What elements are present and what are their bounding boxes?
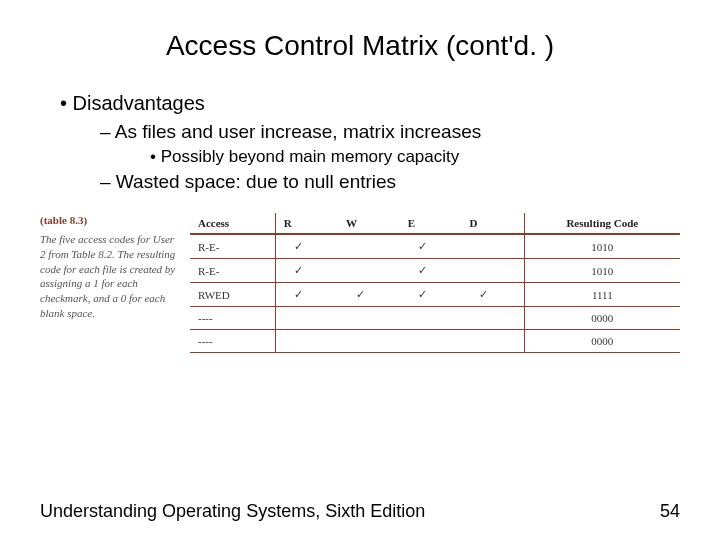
bullet-memory-capacity: Possibly beyond main memory capacity xyxy=(150,147,680,167)
th-d: D xyxy=(461,213,524,234)
cell-access: ---- xyxy=(190,307,275,330)
table-row: R-E- ✓ ✓ 1010 xyxy=(190,259,680,283)
cell-r xyxy=(275,307,338,330)
cell-d xyxy=(461,259,524,283)
table-row: R-E- ✓ ✓ 1010 xyxy=(190,234,680,259)
cell-access: RWED xyxy=(190,283,275,307)
cell-e: ✓ xyxy=(400,259,462,283)
table-area: (table 8.3) The five access codes for Us… xyxy=(40,213,680,353)
cell-w xyxy=(338,307,400,330)
cell-e: ✓ xyxy=(400,283,462,307)
book-title: Understanding Operating Systems, Sixth E… xyxy=(40,501,425,522)
table-label: (table 8.3) xyxy=(40,213,180,228)
cell-r xyxy=(275,330,338,353)
cell-e: ✓ xyxy=(400,234,462,259)
cell-code: 0000 xyxy=(524,330,680,353)
cell-access: R-E- xyxy=(190,234,275,259)
cell-w xyxy=(338,259,400,283)
th-e: E xyxy=(400,213,462,234)
cell-r: ✓ xyxy=(275,283,338,307)
cell-r: ✓ xyxy=(275,234,338,259)
cell-d xyxy=(461,307,524,330)
table-row: ---- 0000 xyxy=(190,307,680,330)
bullet-matrix-increases: As files and user increase, matrix incre… xyxy=(100,121,680,143)
table-caption-column: (table 8.3) The five access codes for Us… xyxy=(40,213,190,321)
bullet-wasted-space: Wasted space: due to null entries xyxy=(100,171,680,193)
bullet-list: Disadvantages As files and user increase… xyxy=(50,92,680,193)
page-number: 54 xyxy=(660,501,680,522)
th-w: W xyxy=(338,213,400,234)
cell-code: 0000 xyxy=(524,307,680,330)
bullet-disadvantages: Disadvantages xyxy=(60,92,680,115)
table-header-row: Access R W E D Resulting Code xyxy=(190,213,680,234)
th-access: Access xyxy=(190,213,275,234)
slide-footer: Understanding Operating Systems, Sixth E… xyxy=(40,501,680,522)
cell-code: 1010 xyxy=(524,259,680,283)
cell-d: ✓ xyxy=(461,283,524,307)
cell-code: 1111 xyxy=(524,283,680,307)
cell-r: ✓ xyxy=(275,259,338,283)
access-code-table: Access R W E D Resulting Code R-E- ✓ ✓ xyxy=(190,213,680,353)
cell-w: ✓ xyxy=(338,283,400,307)
cell-d xyxy=(461,330,524,353)
cell-code: 1010 xyxy=(524,234,680,259)
cell-access: R-E- xyxy=(190,259,275,283)
cell-w xyxy=(338,330,400,353)
cell-e xyxy=(400,330,462,353)
table-caption: The five access codes for User 2 from Ta… xyxy=(40,232,180,321)
table-row: RWED ✓ ✓ ✓ ✓ 1111 xyxy=(190,283,680,307)
th-code: Resulting Code xyxy=(524,213,680,234)
th-r: R xyxy=(275,213,338,234)
cell-e xyxy=(400,307,462,330)
slide-title: Access Control Matrix (cont'd. ) xyxy=(40,30,680,62)
cell-access: ---- xyxy=(190,330,275,353)
table-row: ---- 0000 xyxy=(190,330,680,353)
cell-d xyxy=(461,234,524,259)
cell-w xyxy=(338,234,400,259)
